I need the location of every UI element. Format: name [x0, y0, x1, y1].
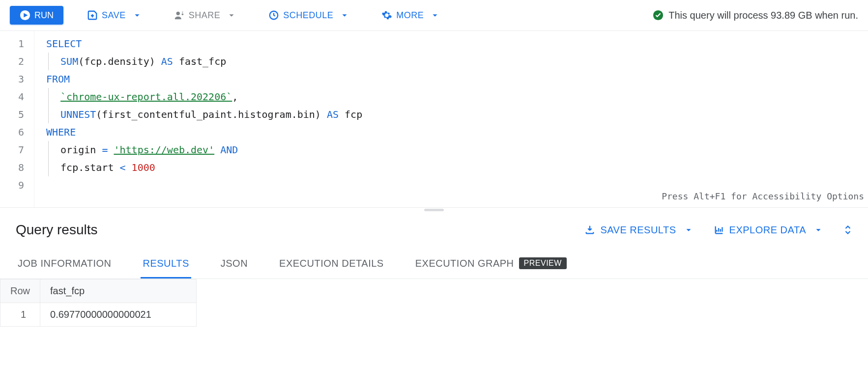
code-line: WHERE [46, 123, 860, 141]
save-label: SAVE [102, 10, 126, 21]
table-cell: 1 [0, 303, 40, 327]
save-button[interactable]: SAVE [79, 6, 150, 25]
query-status: This query will process 93.89 GB when ru… [653, 10, 858, 21]
more-label: MORE [396, 10, 424, 21]
tab-results[interactable]: RESULTS [141, 250, 191, 279]
line-gutter: 123456789 [0, 31, 34, 207]
chevron-down-icon [843, 230, 852, 236]
code-line: SELECT [46, 35, 860, 53]
line-number: 5 [0, 106, 28, 123]
expand-collapse-button[interactable] [843, 224, 852, 236]
table-cell: 0.69770000000000021 [40, 303, 197, 327]
table-row: 10.69770000000000021 [0, 303, 197, 327]
explore-data-button[interactable]: EXPLORE DATA [714, 224, 824, 236]
tab-json[interactable]: JSON [219, 250, 250, 279]
run-label: RUN [34, 10, 54, 21]
schedule-button[interactable]: SCHEDULE [260, 6, 358, 25]
save-results-label: SAVE RESULTS [600, 224, 676, 236]
chevron-down-icon [683, 224, 694, 235]
line-number: 2 [0, 53, 28, 70]
chevron-down-icon [132, 10, 143, 21]
play-icon [20, 10, 30, 21]
tab-job-information[interactable]: JOB INFORMATION [16, 250, 113, 279]
chevron-down-icon [226, 10, 237, 21]
chart-icon [714, 224, 724, 235]
share-label: SHARE [189, 10, 221, 21]
code-area[interactable]: SELECTSUM(fcp.density) AS fast_fcpFROM`c… [34, 31, 868, 207]
status-text: This query will process 93.89 GB when ru… [668, 10, 858, 21]
line-number: 4 [0, 88, 28, 106]
sql-editor[interactable]: 123456789 SELECTSUM(fcp.density) AS fast… [0, 31, 868, 208]
line-number: 3 [0, 70, 28, 88]
toolbar: RUN SAVE SHARE SCHEDULE MORE This query … [0, 0, 868, 31]
tab-execution-details[interactable]: EXECUTION DETAILS [277, 250, 386, 279]
run-button[interactable]: RUN [10, 6, 63, 25]
schedule-label: SCHEDULE [283, 10, 333, 21]
results-header: Query results SAVE RESULTS EXPLORE DATA [0, 212, 868, 244]
chevron-down-icon [813, 224, 824, 235]
line-number: 9 [0, 176, 28, 194]
line-number: 1 [0, 35, 28, 53]
code-line: origin = 'https://web.dev' AND [48, 141, 860, 159]
chevron-down-icon [430, 10, 440, 21]
save-icon [87, 10, 98, 21]
column-header: fast_fcp [40, 279, 197, 303]
code-line: FROM [46, 70, 860, 88]
accessibility-hint: Press Alt+F1 for Accessibility Options [662, 188, 864, 205]
code-line: UNNEST(first_contentful_paint.histogram.… [48, 106, 860, 123]
results-title: Query results [16, 222, 98, 238]
resize-handle[interactable] [0, 208, 868, 212]
clock-icon [268, 10, 279, 21]
download-icon [584, 224, 595, 235]
results-table: Rowfast_fcp10.69770000000000021 [0, 279, 197, 327]
chevron-up-icon [843, 224, 852, 230]
gear-icon [381, 10, 392, 21]
chevron-down-icon [339, 10, 350, 21]
code-line: SUM(fcp.density) AS fast_fcp [48, 53, 860, 70]
tab-execution-graph[interactable]: EXECUTION GRAPH PREVIEW [413, 250, 569, 279]
line-number: 7 [0, 141, 28, 159]
explore-data-label: EXPLORE DATA [729, 224, 806, 236]
tab-execution-graph-label: EXECUTION GRAPH [415, 258, 514, 269]
column-header: Row [0, 279, 40, 303]
save-results-button[interactable]: SAVE RESULTS [584, 224, 694, 236]
code-line: fcp.start < 1000 [48, 159, 860, 176]
svg-point-1 [176, 12, 179, 15]
more-button[interactable]: MORE [374, 6, 448, 25]
code-line: `chrome-ux-report.all.202206`, [48, 88, 860, 106]
preview-badge: PREVIEW [519, 257, 567, 269]
check-circle-icon [653, 10, 664, 21]
line-number: 6 [0, 123, 28, 141]
line-number: 8 [0, 159, 28, 176]
share-icon [174, 10, 185, 21]
share-button[interactable]: SHARE [166, 6, 245, 25]
results-tabs: JOB INFORMATION RESULTS JSON EXECUTION D… [0, 244, 868, 279]
